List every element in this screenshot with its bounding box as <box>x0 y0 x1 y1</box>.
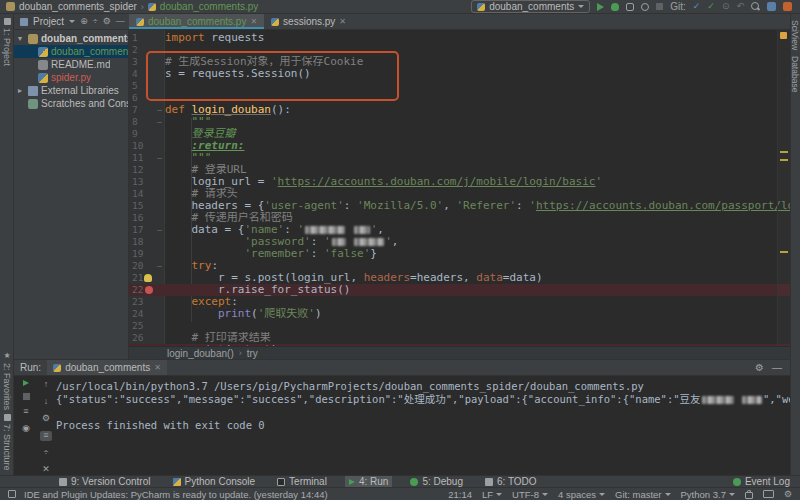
line-number[interactable]: 9 <box>132 128 150 140</box>
line-number[interactable]: 12 <box>132 164 150 176</box>
code-text[interactable]: 'password': ' ', <box>165 236 790 248</box>
lock-icon[interactable] <box>745 492 753 499</box>
gear-icon[interactable]: ⚙ <box>784 489 792 499</box>
code-text[interactable]: 'remember': 'false'} <box>165 248 790 260</box>
tool-window-switcher-icon[interactable] <box>8 490 16 498</box>
code-text[interactable]: """ <box>165 116 790 128</box>
event-log-button[interactable]: Event Log <box>733 476 800 487</box>
warning-mark[interactable] <box>780 251 788 253</box>
line-number[interactable]: 24 <box>132 308 150 320</box>
tree-item[interactable]: Scratches and Consoles <box>14 97 128 110</box>
stripe-favorites-button[interactable]: ★ 2: Favorites <box>2 351 12 410</box>
fold-marker-icon[interactable]: − <box>155 104 164 116</box>
close-icon[interactable]: ✕ <box>339 17 346 26</box>
code-text[interactable]: data = {'name': ' ', <box>165 224 790 236</box>
line-number[interactable]: 18 <box>132 236 150 248</box>
search-everywhere-button[interactable] <box>751 2 760 11</box>
code-editor[interactable]: 1import requests23# 生成Session对象，用于保存Cook… <box>129 30 790 346</box>
plugin-icon-1[interactable] <box>767 2 776 11</box>
close-icon[interactable]: ✕ <box>154 363 161 372</box>
plugin-icon-2[interactable] <box>783 2 792 11</box>
status-item-utf-8[interactable]: UTF-8 <box>512 489 548 500</box>
toolwindow-button-6-todo[interactable]: 6: TODO <box>481 476 541 487</box>
down-stack-button[interactable]: ↓ <box>40 397 52 407</box>
line-number[interactable]: 13 <box>132 176 150 188</box>
screen-icon[interactable] <box>763 490 774 498</box>
toolwindow-button-5-debug[interactable]: 5: Debug <box>406 476 467 487</box>
line-number[interactable]: 20 <box>132 260 150 272</box>
fold-marker-icon[interactable]: − <box>155 116 164 128</box>
status-item-lf[interactable]: LF <box>482 489 502 500</box>
tree-arrow-icon[interactable]: ▸ <box>18 86 25 95</box>
status-message[interactable]: IDE and Plugin Updates: PyCharm is ready… <box>24 489 328 500</box>
fold-marker-icon[interactable]: − <box>155 260 164 272</box>
line-number[interactable]: 11 <box>132 152 150 164</box>
fold-marker-icon[interactable]: − <box>155 224 164 236</box>
stop-button[interactable] <box>656 3 663 10</box>
up-stack-button[interactable]: ↑ <box>40 380 52 390</box>
code-text[interactable]: login_url = 'https://accounts.douban.com… <box>165 176 790 188</box>
restore-layout-button[interactable]: ≡ <box>20 407 32 417</box>
fold-marker-icon[interactable]: − <box>155 152 164 164</box>
vcs-rollback-button[interactable]: ↶ <box>736 2 744 11</box>
code-text[interactable]: # 请求头 <box>165 188 790 200</box>
vcs-history-button[interactable]: ⊙ <box>722 2 730 11</box>
debug-button[interactable] <box>611 3 619 11</box>
hide-panel-button[interactable]: — <box>772 362 782 373</box>
breadcrumb-function[interactable]: login_douban() <box>167 348 234 359</box>
soft-wrap-button[interactable]: ≡ <box>40 431 52 441</box>
tree-item[interactable]: ▾douban_comments_spider <box>14 32 128 45</box>
line-number[interactable]: 1 <box>132 32 150 44</box>
code-text[interactable]: r.raise_for_status() <box>165 284 790 296</box>
close-icon[interactable]: ✕ <box>250 17 257 26</box>
line-number[interactable]: 14 <box>132 188 150 200</box>
warning-mark[interactable] <box>780 151 788 153</box>
line-number[interactable]: 23 <box>132 296 150 308</box>
code-text[interactable]: 登录豆瓣 <box>165 128 790 140</box>
code-text[interactable]: except: <box>165 296 790 308</box>
status-item-git-master[interactable]: Git: master <box>615 489 670 500</box>
profiler-button[interactable] <box>641 3 649 11</box>
code-text[interactable]: # 登录URL <box>165 164 790 176</box>
status-item-21-14[interactable]: 21:14 <box>448 489 472 500</box>
toolwindow-button-9-version-control[interactable]: 9: Version Control <box>55 476 155 487</box>
stripe-database-button[interactable]: Database <box>791 56 800 92</box>
stripe-project-button[interactable]: 1: Project <box>2 18 12 66</box>
run-settings-button[interactable]: ⚙ <box>755 362 764 373</box>
line-number[interactable]: 19 <box>132 248 150 260</box>
breadcrumb-file[interactable]: douban_comments.py <box>160 1 258 12</box>
intention-bulb-icon[interactable] <box>144 274 152 282</box>
warning-mark[interactable] <box>780 159 788 161</box>
tree-item[interactable]: spider.py <box>14 71 128 84</box>
editor-scrollbar[interactable] <box>777 30 790 346</box>
settings-button[interactable]: ⚙ <box>103 17 111 26</box>
code-text[interactable]: print(r.text) <box>165 344 790 346</box>
console-settings-button[interactable]: ⚙ <box>40 414 52 424</box>
code-text[interactable]: headers = {'user-agent': 'Mozilla/5.0', … <box>165 200 790 212</box>
status-item-python-3-7[interactable]: Python 3.7 <box>681 489 735 500</box>
run-tab[interactable]: douban_comments ✕ <box>47 360 167 375</box>
stop-button[interactable] <box>23 393 30 400</box>
line-number[interactable]: 16 <box>132 212 150 224</box>
tab-douban-comments[interactable]: douban_comments.py ✕ <box>129 14 264 29</box>
vcs-update-button[interactable]: ✓ <box>693 2 701 11</box>
tree-item[interactable]: ▸External Libraries <box>14 84 128 97</box>
print-button[interactable]: ÷ <box>40 448 52 458</box>
stripe-structure-button[interactable]: 7: Structure <box>2 414 12 471</box>
line-number[interactable]: 15 <box>132 200 150 212</box>
hide-panel-button[interactable]: — <box>116 17 125 26</box>
clear-all-button[interactable]: ✕ <box>40 465 52 475</box>
locate-file-button[interactable]: ⊕ <box>80 17 88 26</box>
line-number[interactable]: 10 <box>132 140 150 152</box>
code-text[interactable]: import requests <box>165 32 790 44</box>
tree-item[interactable]: douban_comments.py <box>14 45 128 58</box>
toolwindow-button-4-run[interactable]: 4: Run <box>345 476 392 487</box>
code-text[interactable]: """ <box>165 152 790 164</box>
tree-arrow-icon[interactable]: ▾ <box>18 34 25 43</box>
coverage-button[interactable] <box>626 3 634 11</box>
run-configuration-select[interactable]: douban_comments <box>471 0 590 13</box>
run-console[interactable]: /usr/local/bin/python3.7 /Users/pig/Pych… <box>56 377 790 475</box>
vcs-commit-button[interactable]: ✓ <box>707 2 715 11</box>
tree-item[interactable]: README.md <box>14 58 128 71</box>
toolwindow-button-python-console[interactable]: Python Console <box>169 476 260 487</box>
